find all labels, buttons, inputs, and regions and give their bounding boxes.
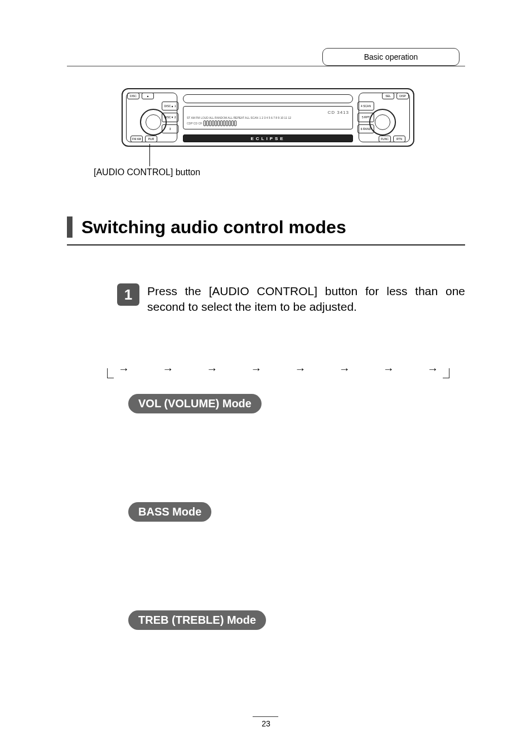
section-title: Switching audio control modes	[81, 217, 346, 238]
device-bezel: DISC ▲ DISP SEL FM AM PUR RTN FUNC DISC▲…	[122, 88, 414, 147]
fm-am-button: FM AM	[130, 136, 143, 142]
right-button-column: 4 SCAN 5 RPT 6 RAND	[357, 102, 374, 133]
arrow-icon: →	[118, 363, 129, 375]
scan-button: 4 SCAN	[357, 102, 374, 110]
button-3: 3	[162, 124, 178, 133]
model-label: CD 3413	[187, 110, 349, 115]
header-section-tab: Basic operation	[322, 48, 460, 66]
mode-flow-diagram: → → → → → → → →	[107, 358, 449, 378]
disc-up-button: DISC▲ 1	[162, 102, 178, 110]
rtn-button: RTN	[393, 136, 405, 142]
func-button: FUNC	[379, 136, 391, 142]
arrow-icon: →	[250, 363, 262, 375]
arrow-icon: →	[427, 363, 438, 375]
step-number-badge: 1	[117, 283, 139, 306]
left-button-column: DISC▲ 1 DISC▼ 2 3	[162, 102, 178, 133]
step-text: Press the [AUDIO CONTROL] button for les…	[147, 283, 465, 315]
eject-button: ▲	[142, 93, 154, 99]
arrow-icon: →	[339, 363, 350, 375]
treb-mode-heading: TREB (TREBLE) Mode	[128, 610, 266, 630]
bass-mode-heading: BASS Mode	[128, 502, 211, 522]
step-1: 1 Press the [AUDIO CONTROL] button for l…	[117, 283, 465, 315]
lcd-display: CD 3413 ST AM FM LOUD ALL RANDOM ALL REP…	[183, 106, 353, 129]
page-number: 23	[0, 719, 532, 728]
cd-slot	[183, 94, 353, 103]
brand-label: ECLIPSE	[183, 134, 353, 142]
bass-mode-label: BASS Mode	[128, 502, 211, 522]
rand-button: 6 RAND	[357, 124, 374, 133]
lcd-bottom-row: CDP CD CH	[187, 121, 349, 126]
treb-mode-label: TREB (TREBLE) Mode	[128, 610, 266, 630]
eq-bars-icon	[204, 121, 236, 126]
rpt-button: 5 RPT	[357, 113, 374, 122]
flow-bracket-right	[443, 368, 449, 378]
callout-label: [AUDIO CONTROL] button	[94, 167, 200, 177]
header-rule	[67, 66, 465, 66]
arrow-icon: →	[206, 363, 217, 375]
arrow-row: → → → → → → → →	[118, 363, 438, 375]
disp-button: DISP	[396, 93, 409, 99]
header-section-label: Basic operation	[364, 52, 418, 61]
flow-bracket-left	[107, 368, 114, 378]
lcd-icons-row: ST AM FM LOUD ALL RANDOM ALL REPEAT ALL …	[187, 116, 349, 119]
arrow-icon: →	[383, 363, 394, 375]
arrow-icon: →	[162, 363, 173, 375]
section-heading: Switching audio control modes	[67, 216, 465, 245]
disc-button: DISC	[127, 93, 139, 99]
vol-mode-label: VOL (VOLUME) Mode	[128, 394, 262, 413]
arrow-icon: →	[295, 363, 306, 375]
pur-button: PUR	[145, 136, 157, 142]
heading-accent-bar	[67, 216, 72, 238]
disc-down-button: DISC▼ 2	[162, 113, 178, 122]
page-number-rule	[253, 716, 278, 717]
device-illustration: DISC ▲ DISP SEL FM AM PUR RTN FUNC DISC▲…	[122, 88, 414, 147]
sel-button: SEL	[382, 93, 394, 99]
vol-mode-heading: VOL (VOLUME) Mode	[128, 394, 262, 413]
callout-line	[149, 144, 150, 166]
